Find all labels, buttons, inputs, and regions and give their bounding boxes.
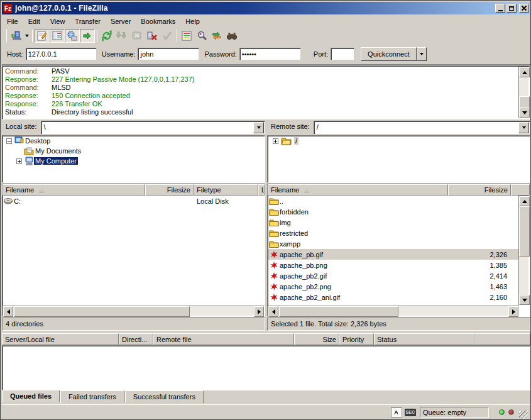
file-row[interactable]: restricted <box>268 228 518 238</box>
local-site-combo[interactable]: \ <box>41 121 265 135</box>
file-row[interactable]: xampp <box>268 238 518 249</box>
collapse-icon[interactable] <box>6 138 12 144</box>
toggle-remote-tree-button[interactable] <box>65 29 80 43</box>
scroll-thumb[interactable] <box>279 306 398 317</box>
expand-icon[interactable] <box>273 138 278 144</box>
menu-file[interactable]: File <box>2 16 23 26</box>
close-button[interactable] <box>519 4 529 13</box>
reconnect-button[interactable] <box>160 29 175 43</box>
scroll-thumb[interactable] <box>519 206 530 257</box>
column-header-direction[interactable]: Directi... <box>119 333 153 345</box>
column-header-priority[interactable]: Priority <box>339 333 374 345</box>
file-row[interactable]: apache_pb.png 1,385 <box>268 260 518 270</box>
scroll-thumb[interactable] <box>519 96 530 109</box>
file-row[interactable]: apache_pb2_ani.gif 2,160 <box>268 292 518 302</box>
scroll-right-button[interactable] <box>508 306 518 317</box>
resize-grip[interactable] <box>519 411 528 419</box>
column-header-last-modified[interactable]: L <box>258 184 265 196</box>
scroll-down-button[interactable] <box>519 108 530 118</box>
image-file-icon <box>270 272 278 280</box>
combo-dropdown-button[interactable] <box>253 122 264 133</box>
arrow-left-icon <box>272 309 275 314</box>
expand-icon[interactable] <box>16 158 22 164</box>
file-row-c-drive[interactable]: C: Local Disk <box>3 196 265 206</box>
arrow-down-icon <box>522 111 527 114</box>
disconnect-icon <box>146 30 158 41</box>
toggle-queue-button[interactable] <box>80 29 95 43</box>
column-header-status[interactable]: Status <box>374 333 474 345</box>
port-input[interactable] <box>331 48 354 60</box>
menu-edit[interactable]: Edit <box>23 16 45 26</box>
queue-list <box>2 345 530 390</box>
transfer-type-indicator-icon[interactable]: A <box>391 407 402 417</box>
remote-site-combo[interactable]: / <box>314 121 530 135</box>
quickconnect-dropdown[interactable] <box>417 47 427 61</box>
directory-compare-button[interactable] <box>194 29 209 43</box>
column-header-filesize[interactable]: Filesize <box>448 184 511 196</box>
site-manager-button[interactable] <box>9 29 24 43</box>
scroll-down-button[interactable] <box>519 295 530 305</box>
file-row[interactable]: forbidden <box>268 206 518 217</box>
scroll-up-button[interactable] <box>519 196 530 206</box>
maximize-button[interactable] <box>506 4 517 13</box>
toggle-local-tree-button[interactable] <box>50 29 65 43</box>
file-row[interactable]: apache_pb2.gif 2,414 <box>268 270 518 281</box>
file-row-selected[interactable]: apache_pb.gif 2,326 <box>268 249 518 260</box>
filter-button[interactable] <box>179 29 194 43</box>
cancel-operation-button[interactable] <box>129 29 145 43</box>
binoculars-icon <box>226 30 238 41</box>
title-bar[interactable]: Fz john@127.0.0.1 - FileZilla <box>2 2 530 14</box>
tab-successful-transfers[interactable]: Successful transfers <box>125 390 204 403</box>
tree-item-my-documents[interactable]: My Documents <box>3 146 265 156</box>
remote-list-hscrollbar[interactable] <box>268 306 519 316</box>
menu-help[interactable]: Help <box>180 16 205 26</box>
arrow-down-icon <box>522 299 527 302</box>
refresh-button[interactable] <box>99 29 114 43</box>
remote-list-vscrollbar[interactable] <box>518 196 529 306</box>
scroll-up-button[interactable] <box>519 67 530 77</box>
combo-dropdown-button[interactable] <box>518 122 529 133</box>
username-input[interactable] <box>138 48 199 60</box>
menu-transfer[interactable]: Transfer <box>70 16 106 26</box>
tree-item-label: My Documents <box>34 147 82 155</box>
password-input[interactable] <box>239 48 301 60</box>
site-manager-dropdown[interactable] <box>24 29 30 43</box>
minimize-button[interactable] <box>495 4 505 13</box>
scroll-right-button[interactable] <box>254 306 264 317</box>
column-header-filename[interactable]: Filename <box>268 184 448 196</box>
tree-item-my-computer[interactable]: My Computer <box>3 156 265 166</box>
scroll-left-button[interactable] <box>3 306 13 317</box>
synchronized-browsing-button[interactable] <box>209 29 224 43</box>
menu-server[interactable]: Server <box>106 16 136 26</box>
process-queue-button[interactable] <box>114 29 129 43</box>
local-list-hscrollbar[interactable] <box>3 306 265 316</box>
file-row[interactable]: img <box>268 217 518 228</box>
log-scrollbar[interactable] <box>518 67 529 118</box>
menu-view[interactable]: View <box>45 16 70 26</box>
menu-bar: File Edit View Transfer Server Bookmarks… <box>2 15 530 27</box>
remote-site-label: Remote site: <box>267 121 314 135</box>
column-header-filesize[interactable]: Filesize <box>145 184 194 196</box>
column-header-remote-file[interactable]: Remote file <box>153 333 294 345</box>
tree-item-root[interactable]: / <box>268 136 530 146</box>
tab-failed-transfers[interactable]: Failed transfers <box>60 390 124 403</box>
column-header-server-local-file[interactable]: Server/Local file <box>2 333 119 345</box>
security-indicator-icon[interactable]: SEC <box>405 409 416 416</box>
image-file-icon <box>270 261 278 269</box>
file-row[interactable]: .. <box>268 196 518 206</box>
column-header-size[interactable]: Size <box>294 333 339 345</box>
file-row[interactable]: apache_pb2.png 1,463 <box>268 281 518 292</box>
scroll-left-button[interactable] <box>268 306 278 317</box>
tab-queued-files[interactable]: Queued files <box>2 390 60 402</box>
toggle-message-log-button[interactable] <box>35 29 50 43</box>
file-size: 2,160 <box>448 294 511 301</box>
scroll-thumb[interactable] <box>14 306 190 317</box>
host-input[interactable] <box>26 48 97 60</box>
find-files-button[interactable] <box>224 29 239 43</box>
menu-bookmarks[interactable]: Bookmarks <box>136 16 180 26</box>
column-header-filename[interactable]: Filename <box>3 184 145 196</box>
disconnect-button[interactable] <box>145 29 160 43</box>
column-header-filetype[interactable]: Filetype <box>194 184 258 196</box>
quickconnect-button[interactable]: Quickconnect <box>361 47 417 61</box>
tree-item-desktop[interactable]: Desktop <box>3 136 265 146</box>
